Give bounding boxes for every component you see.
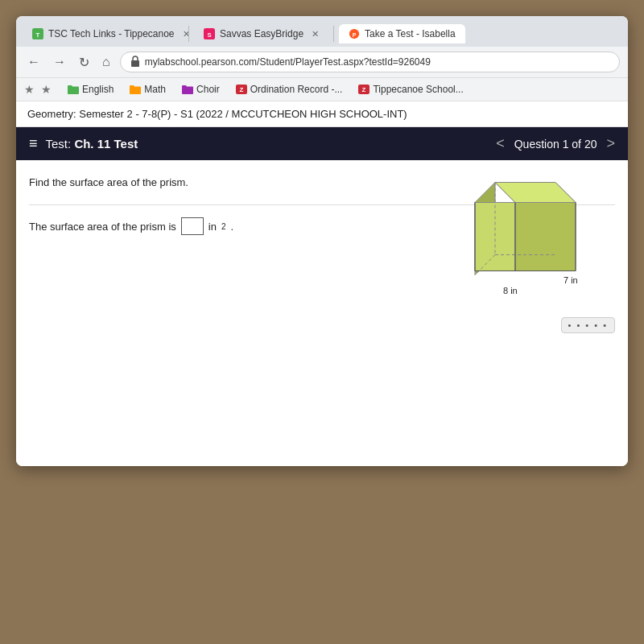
page-title: Geometry: Semester 2 - 7-8(P) - S1 (2022…	[27, 108, 407, 120]
answer-punctuation: .	[231, 221, 234, 233]
folder-icon-english	[68, 85, 79, 94]
svg-text:Z: Z	[362, 86, 366, 93]
dim3-label: 8 in	[503, 286, 518, 295]
test-header-left: ≡ Test: Ch. 11 Test	[29, 135, 138, 152]
zotero-icon-ordination: Z	[236, 85, 247, 94]
bookmarks-bar: ★ ★ English Math Choir Z Ordinati	[16, 78, 628, 101]
answer-prefix: The surface area of the prism is	[29, 221, 176, 233]
test-name: Ch. 11 Test	[74, 137, 138, 151]
test-header-label: Test:	[46, 137, 72, 151]
tab-label-test: Take a Test - Isabella	[365, 28, 456, 39]
cube-container: 6 in 7 in 8 in	[451, 172, 580, 309]
dim2-label: 7 in	[564, 275, 578, 285]
test-header: ≡ Test: Ch. 11 Test < Question 1 of 20 >	[16, 127, 628, 160]
bookmark-label-tippecanoe: Tippecanoe School...	[373, 84, 463, 95]
bookmark-label-math: Math	[144, 84, 166, 95]
content-area: Find the surface area of the prism.	[16, 160, 628, 466]
bookmark-tippecanoe[interactable]: Z Tippecanoe School...	[352, 81, 469, 97]
bookmark-english[interactable]: English	[61, 81, 120, 97]
page-title-bar: Geometry: Semester 2 - 7-8(P) - S1 (2022…	[16, 101, 628, 127]
question-nav: < Question 1 of 20 >	[496, 135, 615, 152]
svg-marker-13	[495, 183, 576, 203]
answer-input-box[interactable]	[181, 217, 204, 235]
bookmark-label-english: English	[82, 84, 114, 95]
svg-text:P: P	[353, 32, 357, 38]
tab-close-savvas[interactable]: ✕	[312, 29, 319, 39]
forward-button[interactable]: →	[50, 53, 69, 71]
bookmark-math[interactable]: Math	[123, 81, 172, 97]
svg-text:S: S	[207, 31, 211, 39]
bookmark-ordination[interactable]: Z Ordination Record -...	[229, 81, 349, 97]
tab-tsc[interactable]: T TSC Tech Links - Tippecanoe ✕	[23, 24, 184, 43]
tab-icon-savvas: S	[204, 28, 215, 39]
test-title: Test: Ch. 11 Test	[46, 137, 138, 151]
bookmarks-star-icon: ★	[24, 83, 35, 96]
hamburger-icon[interactable]: ≡	[29, 135, 38, 152]
tab-separator-1	[188, 26, 189, 42]
bookmark-label-ordination: Ordination Record -...	[250, 84, 343, 95]
next-question-button[interactable]: >	[606, 135, 615, 152]
question-counter: Question 1 of 20	[514, 138, 597, 151]
reload-button[interactable]: ↻	[76, 53, 93, 72]
bookmark-choir[interactable]: Choir	[175, 81, 226, 97]
folder-icon-choir	[182, 85, 193, 94]
address-text: mylabschool.pearson.com/Student/PlayerTe…	[145, 56, 431, 68]
svg-rect-6	[131, 60, 139, 67]
tab-icon-test: P	[349, 28, 360, 39]
svg-text:T: T	[36, 31, 40, 39]
tab-bar: T TSC Tech Links - Tippecanoe ✕ S Savvas…	[16, 16, 628, 47]
home-button[interactable]: ⌂	[99, 53, 114, 71]
address-field[interactable]: mylabschool.pearson.com/Student/PlayerTe…	[120, 52, 620, 72]
browser-window: T TSC Tech Links - Tippecanoe ✕ S Savvas…	[16, 16, 628, 466]
tab-savvas[interactable]: S Savvas EasyBridge ✕	[194, 24, 328, 43]
cube-svg: 6 in 7 in 8 in	[451, 172, 580, 301]
answer-superscript: 2	[221, 222, 226, 231]
address-bar-row: ← → ↻ ⌂ mylabschool.pearson.com/Student/…	[16, 47, 628, 78]
lock-icon	[130, 56, 140, 68]
tab-take-test[interactable]: P Take a Test - Isabella	[339, 24, 465, 43]
tab-label-tsc: TSC Tech Links - Tippecanoe	[48, 28, 175, 39]
bookmarks-star2-icon: ★	[41, 83, 52, 96]
svg-marker-15	[515, 203, 576, 271]
zotero-icon-tippecanoe: Z	[358, 85, 369, 94]
tab-label-savvas: Savvas EasyBridge	[220, 28, 303, 39]
folder-icon-math	[130, 85, 141, 94]
prev-question-button[interactable]: <	[496, 135, 505, 152]
svg-text:Z: Z	[239, 86, 243, 93]
tab-separator-2	[333, 26, 334, 42]
dots-button[interactable]: • • • • •	[561, 317, 615, 333]
answer-suffix: in	[208, 221, 217, 233]
tab-icon-tsc: T	[32, 28, 43, 39]
back-button[interactable]: ←	[24, 53, 43, 71]
bookmark-label-choir: Choir	[196, 84, 220, 95]
